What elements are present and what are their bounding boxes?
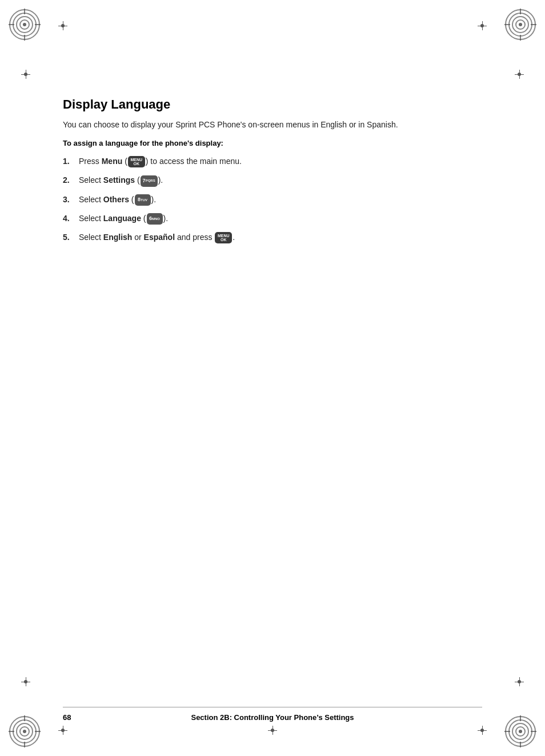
corner-decoration-br	[504, 715, 536, 747]
step-1-bold-menu: Menu	[102, 157, 123, 166]
step-2-key-7: 7PQRS	[141, 175, 158, 187]
corner-decoration-bl	[9, 715, 41, 747]
corner-decoration-tl	[9, 9, 41, 41]
step-5-key-menu: MENUOK	[215, 232, 232, 243]
svg-point-22	[23, 730, 26, 733]
step-1: 1. Press Menu (MENUOK) to access the mai…	[63, 155, 482, 167]
step-1-content: Press Menu (MENUOK) to access the main m…	[79, 155, 482, 167]
step-2-bold-settings: Settings	[103, 175, 135, 185]
step-2-content: Select Settings (7PQRS).	[79, 174, 482, 186]
intro-text: You can choose to display your Sprint PC…	[63, 119, 482, 131]
step-5-bold-english: English	[103, 233, 133, 242]
svg-point-31	[519, 730, 522, 733]
step-3-content: Select Others (8TUV).	[79, 194, 482, 206]
step-3: 3. Select Others (8TUV).	[63, 194, 482, 206]
step-3-number: 3.	[63, 194, 79, 206]
steps-list: 1. Press Menu (MENUOK) to access the mai…	[63, 155, 482, 243]
step-5-bold-espanol: Español	[144, 233, 175, 242]
step-5-content: Select English or Español and press MENU…	[79, 231, 482, 243]
content-area: Display Language You can choose to displ…	[63, 63, 482, 693]
footer-page-number: 68	[63, 713, 71, 722]
step-3-key-8: 8TUV	[135, 194, 151, 206]
step-1-number: 1.	[63, 155, 79, 167]
step-5-number: 5.	[63, 231, 79, 243]
instruction-label: To assign a language for the phone's dis…	[63, 139, 482, 147]
svg-point-13	[519, 23, 522, 26]
footer: 68 Section 2B: Controlling Your Phone’s …	[63, 707, 482, 722]
step-4: 4. Select Language (6MNO).	[63, 213, 482, 225]
step-5: 5. Select English or Español and press M…	[63, 231, 482, 243]
step-2: 2. Select Settings (7PQRS).	[63, 174, 482, 186]
corner-decoration-tr	[504, 9, 536, 41]
step-2-number: 2.	[63, 174, 79, 186]
step-3-bold-others: Others	[103, 195, 129, 204]
footer-section-title: Section 2B: Controlling Your Phone’s Set…	[191, 713, 354, 722]
step-4-bold-language: Language	[103, 214, 141, 223]
step-4-key-6: 6MNO	[147, 213, 163, 225]
step-1-key-menu: MENUOK	[128, 156, 145, 167]
svg-point-4	[23, 23, 26, 26]
step-4-content: Select Language (6MNO).	[79, 213, 482, 225]
page-title: Display Language	[63, 97, 482, 112]
step-4-number: 4.	[63, 213, 79, 225]
